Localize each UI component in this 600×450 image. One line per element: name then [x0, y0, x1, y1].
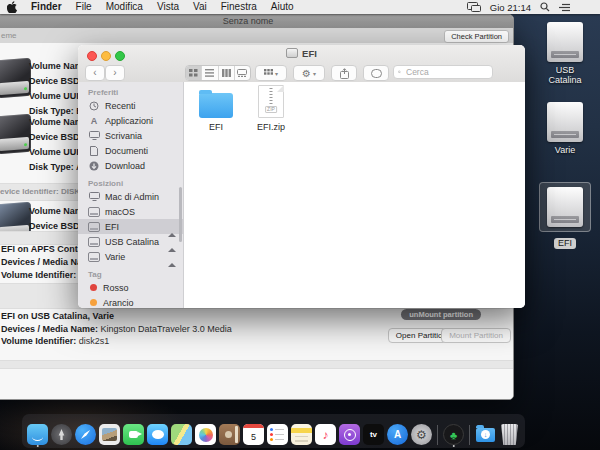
search-field[interactable]	[393, 65, 493, 79]
group-icon	[264, 69, 273, 77]
menu-modifica[interactable]: Modifica	[99, 0, 150, 14]
usb-media-line: Devices / Media Name: Kingston DataTrave…	[1, 324, 232, 334]
window-title: EFI	[78, 48, 525, 59]
forward-button[interactable]: ›	[105, 65, 125, 81]
action-gear-button[interactable]: ⚙▾	[293, 65, 325, 81]
group-by-button[interactable]: ▾	[255, 65, 287, 81]
file-efi-zip[interactable]: ZIP EFI.zip	[243, 85, 299, 132]
notification-center-icon[interactable]	[559, 3, 570, 12]
toolbar-text-fragment: eme	[1, 31, 17, 40]
dock-downloads-icon[interactable]: ↓	[475, 424, 496, 445]
desktop-icon	[88, 130, 100, 141]
eject-icon[interactable]	[168, 223, 176, 230]
dock-maps-icon[interactable]	[171, 424, 192, 445]
disk-icon	[88, 221, 100, 232]
computer-icon	[88, 191, 100, 202]
dock-reminders-icon[interactable]	[267, 424, 288, 445]
finder-window: EFI ‹ ›	[78, 45, 525, 308]
menu-vista[interactable]: Vista	[150, 0, 186, 14]
finder-titlebar[interactable]: EFI ‹ ›	[78, 45, 525, 83]
search-input[interactable]	[404, 66, 488, 78]
red-tag-icon	[90, 284, 97, 291]
spotlight-search-icon[interactable]	[540, 2, 550, 12]
dock-launchpad-icon[interactable]	[51, 424, 72, 445]
finder-sidebar: Preferiti Recenti A Applicazioni Scrivan…	[78, 82, 184, 308]
apple-menu[interactable]	[0, 1, 24, 13]
download-icon	[88, 160, 100, 171]
sidebar-item-download[interactable]: Download	[78, 158, 183, 173]
menu-vai[interactable]: Vai	[186, 0, 214, 14]
menu-bar-clock[interactable]: Gio 21:14	[490, 2, 531, 13]
desktop-icon-label: EFI	[554, 238, 576, 249]
sidebar-item-efi[interactable]: EFI	[78, 219, 183, 234]
file-name: EFI.zip	[243, 122, 299, 132]
menu-file[interactable]: File	[69, 0, 99, 14]
unmount-partition-button[interactable]: unMount partition	[401, 309, 481, 320]
list-view-icon	[205, 69, 214, 77]
dock-tv-icon[interactable]: tv	[363, 424, 384, 445]
dock-photos-icon[interactable]	[195, 424, 216, 445]
dock-music-icon[interactable]: ♪	[315, 424, 336, 445]
sidebar-item-applicazioni[interactable]: A Applicazioni	[78, 113, 183, 128]
file-name: EFI	[188, 122, 244, 132]
dock-contacts-icon[interactable]	[219, 424, 240, 445]
view-columns-button[interactable]	[218, 66, 234, 80]
desktop-icon-varie[interactable]: Varie	[539, 102, 591, 155]
dock-messages-icon[interactable]	[147, 424, 168, 445]
device-identifier-text: evice Identifier: DISK1	[0, 187, 84, 196]
applications-icon: A	[88, 115, 100, 126]
sidebar-item-scrivania[interactable]: Scrivania	[78, 128, 183, 143]
sidebar-scrollbar[interactable]	[179, 187, 182, 242]
dock-separator	[469, 425, 470, 445]
sidebar-item-tag-arancio[interactable]: Arancio	[78, 295, 183, 308]
running-indicator	[452, 445, 455, 448]
sidebar-item-recenti[interactable]: Recenti	[78, 98, 183, 113]
mount-partition-button[interactable]: Mount Partition	[441, 328, 511, 343]
sidebar-item-mac-di-admin[interactable]: Mac di Admin	[78, 189, 183, 204]
desktop-icon-usb-catalina[interactable]: USB Catalina	[539, 22, 591, 85]
desktop-icon-label: Varie	[539, 145, 591, 155]
sidebar-item-usb-catalina[interactable]: USB Catalina	[78, 234, 183, 249]
dock-system-preferences-icon[interactable]: ⚙	[411, 424, 432, 445]
view-gallery-button[interactable]	[234, 66, 250, 80]
dock-calendar-icon[interactable]: 5	[243, 424, 264, 445]
view-list-button[interactable]	[201, 66, 217, 80]
view-icons-button[interactable]	[186, 66, 201, 80]
icon-view-icon	[189, 69, 198, 77]
dock-app-store-icon[interactable]: A	[387, 424, 408, 445]
search-icon	[398, 68, 401, 76]
finder-content: EFI ZIP EFI.zip	[184, 82, 525, 308]
sidebar-item-tag-rosso[interactable]: Rosso	[78, 280, 183, 295]
dock-notes-icon[interactable]	[291, 424, 312, 445]
dock-finder-icon[interactable]	[27, 424, 48, 445]
sidebar-item-macos[interactable]: macOS	[78, 204, 183, 219]
apple-logo-icon	[7, 1, 17, 13]
back-button[interactable]: ‹	[85, 65, 105, 81]
menu-aiuto[interactable]: Aiuto	[264, 0, 301, 14]
eject-icon[interactable]	[168, 238, 176, 245]
partition-window-titlebar[interactable]: Senza nome	[0, 15, 513, 28]
tags-button[interactable]	[363, 65, 389, 81]
dock-podcasts-icon[interactable]	[339, 424, 360, 445]
desktop-icon-efi[interactable]: EFI	[539, 182, 591, 250]
clock-icon	[88, 100, 100, 111]
dock-preview-icon[interactable]	[99, 424, 120, 445]
disk-icon	[88, 236, 100, 247]
partition-window-title: Senza nome	[223, 16, 274, 26]
file-efi-folder[interactable]: EFI	[188, 88, 244, 132]
dock-safari-icon[interactable]	[75, 424, 96, 445]
external-drive-icon	[547, 187, 583, 227]
menu-finder[interactable]: Finder	[24, 0, 69, 14]
dock-facetime-icon[interactable]	[123, 424, 144, 445]
eject-icon[interactable]	[168, 253, 176, 260]
dock-clover-configurator-icon[interactable]: ♣	[443, 424, 464, 445]
check-partition-button[interactable]: Check Partition	[444, 30, 509, 43]
sidebar-item-documenti[interactable]: Documenti	[78, 143, 183, 158]
share-button[interactable]	[331, 65, 357, 81]
tag-icon	[371, 69, 382, 78]
sidebar-item-varie[interactable]: Varie	[78, 249, 183, 264]
display-mirroring-icon[interactable]	[467, 2, 481, 12]
dock-trash-icon[interactable]	[499, 424, 520, 445]
orange-tag-icon	[90, 299, 97, 306]
menu-finestra[interactable]: Finestra	[214, 0, 264, 14]
